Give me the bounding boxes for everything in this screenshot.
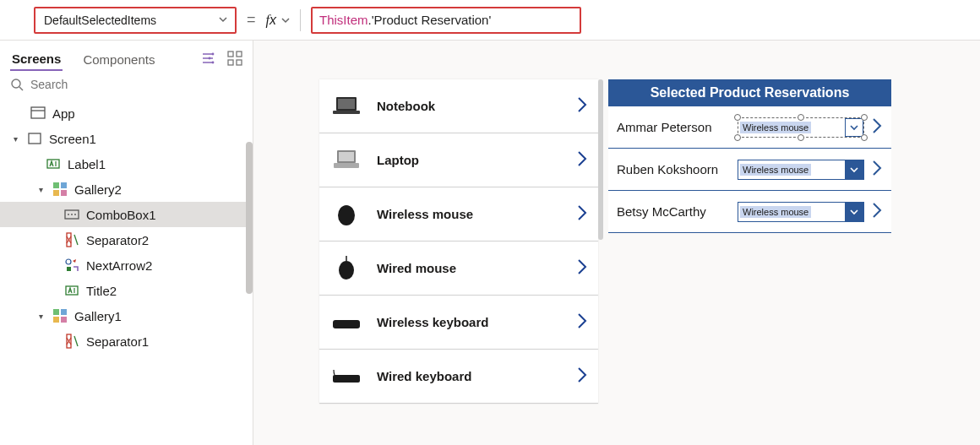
svg-rect-4 <box>237 52 242 57</box>
chevron-right-icon[interactable] <box>576 366 588 387</box>
person-name: Ruben Kokshoorn <box>617 162 738 176</box>
tree-label: Title2 <box>86 284 117 298</box>
tree-label: App <box>52 106 75 121</box>
notebook-icon <box>329 91 363 122</box>
tree-label: NextArrow2 <box>86 258 152 273</box>
formula-bar: DefaultSelectedItems = fx ThisItem.'Prod… <box>0 0 980 41</box>
formula-token-thisitem: ThisItem <box>319 13 368 27</box>
scrollbar-thumb[interactable] <box>246 142 253 294</box>
tree-node-gallery1[interactable]: ▾ Gallery1 <box>0 303 253 328</box>
grid-view-icon[interactable] <box>227 51 242 68</box>
scrollbar-thumb[interactable] <box>598 79 603 240</box>
combobox-chevron[interactable] <box>845 203 863 221</box>
chevron-down-icon <box>218 14 228 27</box>
svg-point-18 <box>74 214 76 215</box>
screen-icon <box>27 131 42 146</box>
combobox-chevron[interactable] <box>845 118 863 137</box>
tree-node-separator1[interactable]: Separator1 <box>0 328 253 354</box>
keyboard-icon <box>329 307 363 338</box>
svg-point-34 <box>338 205 355 225</box>
person-name: Betsy McCarthy <box>617 204 738 219</box>
property-selector-value: DefaultSelectedItems <box>44 14 156 27</box>
list-item[interactable]: Notebook <box>319 79 598 133</box>
tree-node-separator2[interactable]: Separator2 <box>0 227 253 252</box>
tree-node-nextarrow2[interactable]: NextArrow2 <box>0 252 253 278</box>
combobox[interactable]: Wireless mouse <box>738 117 864 138</box>
svg-rect-36 <box>333 320 360 328</box>
tree-node-screen1[interactable]: ▾ Screen1 <box>0 126 253 151</box>
gallery-reservations[interactable]: Selected Product Reservations Ammar Pete… <box>608 79 891 233</box>
chevron-right-icon[interactable] <box>576 204 588 225</box>
fx-button[interactable]: fx <box>266 13 290 28</box>
collapse-icon[interactable]: ▾ <box>10 134 20 144</box>
collapse-icon[interactable]: ▾ <box>35 312 46 321</box>
property-selector[interactable]: DefaultSelectedItems <box>34 7 237 34</box>
tree-tabs: Screens Components <box>0 41 253 73</box>
tree-node-label1[interactable]: Label1 <box>0 151 253 176</box>
list-item[interactable]: Wireless mouse <box>319 187 598 241</box>
product-name: Wireless mouse <box>377 207 576 221</box>
resize-handle[interactable] <box>734 134 741 141</box>
laptop-icon <box>329 145 363 176</box>
resize-handle[interactable] <box>861 114 868 121</box>
tree-label: ComboBox1 <box>86 208 156 222</box>
chevron-right-icon[interactable] <box>871 201 883 222</box>
combobox[interactable]: Wireless mouse <box>738 160 864 180</box>
svg-rect-24 <box>61 309 67 315</box>
chevron-right-icon[interactable] <box>871 117 883 138</box>
tree-search[interactable] <box>0 73 253 100</box>
list-item[interactable]: Ruben Kokshoorn Wireless mouse <box>608 149 891 191</box>
tree-node-title2[interactable]: Title2 <box>0 278 253 303</box>
tree-label: Gallery2 <box>74 182 122 197</box>
tree-view: App ▾ Screen1 Label1 ▾ Gallery2 <box>0 100 253 445</box>
mouse-icon <box>329 199 363 230</box>
list-item[interactable]: Laptop <box>319 133 598 187</box>
tree-node-combobox1[interactable]: ComboBox1 <box>0 202 253 227</box>
svg-rect-30 <box>333 111 360 114</box>
combobox-value: Wireless mouse <box>740 164 811 176</box>
tab-components[interactable]: Components <box>81 49 156 70</box>
tree-node-app[interactable]: App <box>0 100 253 126</box>
resize-handle[interactable] <box>798 114 804 121</box>
svg-rect-23 <box>53 309 59 315</box>
resize-handle[interactable] <box>861 134 868 141</box>
mouse-wired-icon <box>329 253 363 284</box>
combobox-value: Wireless mouse <box>740 122 811 133</box>
formula-input[interactable]: ThisItem.'Product Reservation' <box>311 7 581 34</box>
svg-rect-37 <box>333 375 360 383</box>
resize-handle[interactable] <box>734 114 741 121</box>
svg-rect-12 <box>61 182 67 188</box>
chevron-right-icon[interactable] <box>871 159 883 180</box>
chevron-right-icon[interactable] <box>576 95 588 117</box>
list-item[interactable]: Wired mouse <box>319 241 598 296</box>
tree-node-gallery2[interactable]: ▾ Gallery2 <box>0 176 253 202</box>
combobox-icon <box>64 207 79 222</box>
tree-label: Screen1 <box>49 132 96 146</box>
icon-set-icon <box>64 258 79 273</box>
svg-rect-21 <box>67 267 71 271</box>
combobox[interactable]: Wireless mouse <box>738 202 864 222</box>
chevron-right-icon[interactable] <box>576 312 588 333</box>
resize-handle[interactable] <box>798 134 804 141</box>
svg-rect-9 <box>29 133 41 144</box>
canvas: Notebook Laptop Wireless mouse <box>253 41 980 445</box>
product-name: Wired keyboard <box>377 369 576 383</box>
chevron-right-icon[interactable] <box>576 149 588 171</box>
svg-rect-22 <box>66 286 78 295</box>
search-input[interactable] <box>30 78 242 91</box>
svg-rect-6 <box>237 60 242 65</box>
chevron-right-icon[interactable] <box>576 258 588 279</box>
tab-screens[interactable]: Screens <box>10 48 63 71</box>
list-item[interactable]: Wireless keyboard <box>319 296 598 350</box>
combobox-chevron[interactable] <box>845 160 863 179</box>
svg-rect-10 <box>47 160 59 168</box>
list-item[interactable]: Wired keyboard <box>319 350 598 404</box>
list-item[interactable]: Betsy McCarthy Wireless mouse <box>608 191 891 233</box>
formula-token-rest: .'Product Reservation' <box>368 13 491 27</box>
tree-collapse-icon[interactable] <box>200 51 215 68</box>
gallery-products[interactable]: Notebook Laptop Wireless mouse <box>319 79 598 404</box>
collapse-icon[interactable]: ▾ <box>35 185 46 194</box>
app-icon <box>30 106 46 121</box>
label-icon <box>46 156 61 171</box>
list-item[interactable]: Ammar Peterson Wireless mouse <box>608 106 891 149</box>
